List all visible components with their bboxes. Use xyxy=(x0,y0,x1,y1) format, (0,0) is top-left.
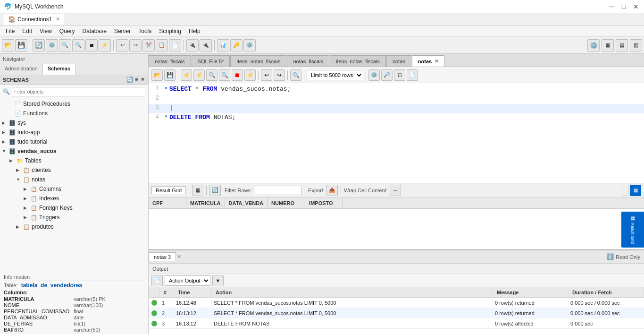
et-explain2[interactable]: 🔍 xyxy=(219,69,230,81)
tab-notas-fiscais-1[interactable]: notas_fiscais xyxy=(149,55,191,67)
result-btn-1[interactable]: ▦ xyxy=(192,185,203,196)
tree-tudo-app[interactable]: ▶ 🗄️ tudo-app xyxy=(0,128,148,137)
tab-itens-notas-2[interactable]: itens_notas_fiscais xyxy=(330,55,386,67)
connection-tab[interactable]: 🏠 Connections1 ✕ xyxy=(3,14,65,25)
sql-editor[interactable]: 1 ● SELECT * FROM vendas_sucos.notas; 2 … xyxy=(149,83,644,183)
menu-tools[interactable]: Tools xyxy=(134,27,155,35)
result-grid-floating-btn[interactable]: ▦ Result Grid xyxy=(621,212,644,248)
result-grid-side-btn[interactable]: ▦ xyxy=(630,185,641,196)
tree-tables[interactable]: ▶ 📁 Tables xyxy=(0,156,148,165)
et-explain[interactable]: 🔍 xyxy=(206,69,217,81)
toolbar-btn-5[interactable]: 🔍 xyxy=(72,39,84,51)
toolbar-btn-6[interactable]: ⏹ xyxy=(85,39,98,51)
menu-scripting[interactable]: Scripting xyxy=(155,27,185,35)
et-execute-current[interactable]: ⚡ xyxy=(193,69,205,81)
tree-indexes[interactable]: ▶ 📋 Indexes xyxy=(0,194,148,203)
et-search[interactable]: 🔍 xyxy=(290,69,301,81)
tree-produtos[interactable]: ▶ 📋 produtos xyxy=(0,222,148,231)
output-notas-tab[interactable]: notas 3 xyxy=(149,252,176,261)
tree-vendas-sucos[interactable]: ▼ 🗄️ vendas_sucos xyxy=(0,146,148,156)
et-btn-extra3[interactable]: ◻ xyxy=(394,69,405,81)
output-row[interactable]: 2 16:13:12 SELECT * FROM vendas_sucos.no… xyxy=(149,308,644,318)
open-button[interactable]: 📂 xyxy=(2,39,14,51)
output-clear-btn[interactable]: 📄 xyxy=(151,275,163,286)
schemas-add-icon[interactable]: ⊕ xyxy=(134,77,139,83)
output-arrow-btn[interactable]: ▼ xyxy=(212,275,224,286)
schemas-tab[interactable]: Schemas xyxy=(43,64,75,75)
toolbar-btn-17[interactable]: ⚙️ xyxy=(243,39,256,51)
tree-notas[interactable]: ▼ 📋 notas xyxy=(0,175,148,184)
administration-tab[interactable]: Administration xyxy=(0,64,43,75)
tab-itens-notas-1[interactable]: itens_notas_fiscais xyxy=(230,55,286,67)
filter-input[interactable] xyxy=(12,87,145,96)
schemas-filter-icon[interactable]: ▼ xyxy=(140,77,145,83)
filter-rows-input[interactable] xyxy=(255,186,302,195)
layout-btn-2[interactable]: ▤ xyxy=(616,39,628,51)
toolbar-btn-16[interactable]: 🔑 xyxy=(230,39,243,51)
tree-columns[interactable]: ▶ 📋 Columns xyxy=(0,184,148,194)
save-button[interactable]: 💾 xyxy=(15,39,27,51)
refresh-button[interactable]: 🔄 xyxy=(33,39,45,51)
et-redo[interactable]: ↪ xyxy=(274,69,285,81)
settings-icon-button[interactable]: ⚙️ xyxy=(587,39,600,51)
export-btn[interactable]: 📤 xyxy=(326,185,338,196)
toolbar-btn-13[interactable]: 🔌 xyxy=(186,39,199,51)
et-save-file[interactable]: 💾 xyxy=(164,69,176,81)
output-type-select[interactable]: Action Output Text Output xyxy=(165,275,210,286)
toolbar-btn-14[interactable]: 🔌 xyxy=(200,39,212,51)
et-run[interactable]: ⚡ xyxy=(244,69,256,81)
result-grid-tab[interactable]: Result Grid xyxy=(151,186,186,194)
menu-file[interactable]: File xyxy=(2,27,18,35)
toolbar-btn-8[interactable]: ↩ xyxy=(116,39,128,51)
et-btn-extra1[interactable]: ⚙️ xyxy=(368,69,380,81)
et-execute[interactable]: ⚡ xyxy=(181,69,192,81)
tree-triggers[interactable]: ▶ 📋 Triggers xyxy=(0,213,148,222)
connection-tab-close[interactable]: ✕ xyxy=(56,16,60,22)
schemas-refresh-icon[interactable]: 🔄 xyxy=(126,77,133,83)
menu-server[interactable]: Server xyxy=(110,27,134,35)
menu-edit[interactable]: Edit xyxy=(18,27,36,35)
wrap-btn[interactable]: ↔ xyxy=(390,185,401,196)
tree-tudo-tutorial[interactable]: ▶ 🗄️ tudo-tutorial xyxy=(0,137,148,146)
menu-help[interactable]: Help xyxy=(185,27,204,35)
sql-line-1: 1 ● SELECT * FROM vendas_sucos.notas; xyxy=(149,85,644,94)
output-row[interactable]: 3 16:13:12 DELETE FROM NOTAS 0 row(s) af… xyxy=(149,318,644,329)
et-open-file[interactable]: 📂 xyxy=(151,69,163,81)
layout-btn-3[interactable]: ▥ xyxy=(630,39,642,51)
result-collapse-btn[interactable] xyxy=(622,185,628,196)
limit-select[interactable]: Limit to 5000 rows Limit to 1000 rows Do… xyxy=(307,70,363,80)
maximize-button[interactable]: □ xyxy=(619,2,628,11)
output-row[interactable]: 1 16:12:48 SELECT * FROM vendas_sucos.no… xyxy=(149,298,644,308)
et-btn-extra4[interactable]: 📄 xyxy=(407,69,418,81)
et-undo[interactable]: ↩ xyxy=(261,69,272,81)
tab-notas-active[interactable]: notas ✕ xyxy=(412,55,444,67)
toolbar-btn-15[interactable]: 📊 xyxy=(217,39,229,51)
tree-sys[interactable]: ▶ 🗄️ sys xyxy=(0,118,148,128)
toolbar-btn-10[interactable]: ✂️ xyxy=(142,39,155,51)
output-close-icon[interactable]: ✕ xyxy=(177,254,181,260)
toolbar-btn-7[interactable]: ⚡ xyxy=(99,39,111,51)
menu-database[interactable]: Database xyxy=(79,27,110,35)
toolbar-btn-11[interactable]: 📋 xyxy=(156,39,168,51)
toolbar-btn-12[interactable]: 📄 xyxy=(169,39,181,51)
tree-clientes[interactable]: ▶ 📋 clientes xyxy=(0,165,148,175)
toolbar-btn-4[interactable]: 🔍 xyxy=(59,39,71,51)
et-stop[interactable]: ⏹ xyxy=(232,69,243,81)
row-num: 2 xyxy=(160,310,174,316)
tab-sql-file-5[interactable]: SQL File 5* xyxy=(192,55,230,67)
tab-notas-2[interactable]: notas xyxy=(386,55,411,67)
minimize-button[interactable]: ─ xyxy=(607,2,616,11)
et-btn-extra2[interactable]: 🔎 xyxy=(381,69,393,81)
layout-btn-1[interactable]: ▦ xyxy=(602,39,614,51)
tree-stored-procedures[interactable]: 📄 Stored Procedures xyxy=(0,99,148,109)
toolbar-btn-3[interactable]: ⚙️ xyxy=(46,39,58,51)
menu-view[interactable]: View xyxy=(36,27,56,35)
toolbar-btn-9[interactable]: ↪ xyxy=(129,39,142,51)
tab-close-icon[interactable]: ✕ xyxy=(435,59,438,64)
close-button[interactable]: ✕ xyxy=(632,2,640,11)
result-btn-refresh[interactable]: 🔄 xyxy=(209,185,221,196)
tab-notas-fiscais-2[interactable]: notas_fiscais xyxy=(287,55,329,67)
menu-query[interactable]: Query xyxy=(56,27,79,35)
tree-functions[interactable]: 📄 Functions xyxy=(0,109,148,118)
tree-foreign-keys[interactable]: ▶ 📋 Foreign Keys xyxy=(0,203,148,213)
